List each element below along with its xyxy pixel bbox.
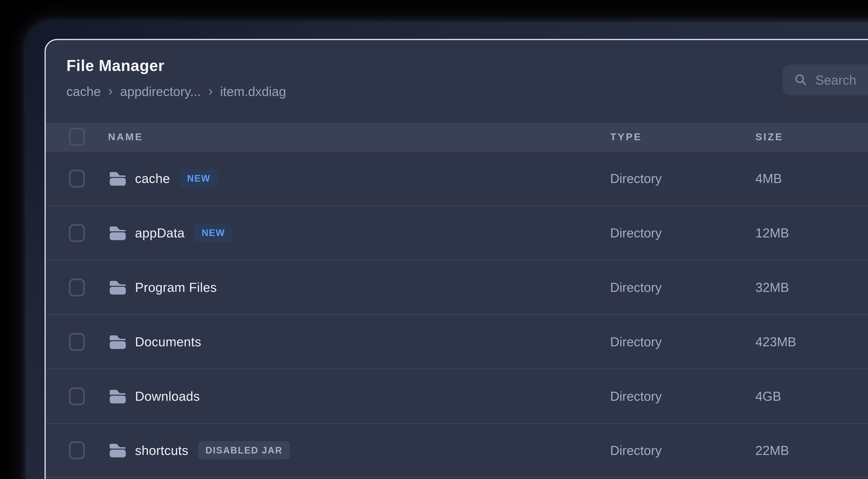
row-program-files[interactable]: Program Files Directory 32MB bbox=[46, 260, 868, 314]
file-type: Directory bbox=[610, 226, 662, 240]
column-header-size: SIZE bbox=[755, 131, 783, 143]
row-checkbox[interactable] bbox=[69, 333, 85, 351]
row-checkbox[interactable] bbox=[69, 278, 85, 297]
folder-icon bbox=[110, 389, 126, 403]
new-badge: NEW bbox=[194, 224, 233, 242]
chevron-right-icon: › bbox=[108, 82, 113, 99]
column-header-type: TYPE bbox=[610, 131, 642, 143]
row-downloads[interactable]: Downloads Directory 4GB bbox=[46, 369, 868, 423]
file-size: 4GB bbox=[755, 389, 781, 404]
search-box[interactable] bbox=[783, 64, 868, 96]
search-icon bbox=[795, 74, 807, 86]
breadcrumb-item-current-file: item.dxdiag bbox=[220, 84, 286, 99]
breadcrumb-item-cache[interactable]: cache bbox=[66, 84, 101, 99]
row-appdata[interactable]: appData NEW Directory 12MB bbox=[46, 205, 868, 260]
desktop-background: { "window": { "title": "File Manager" },… bbox=[0, 0, 868, 479]
file-type: Directory bbox=[610, 171, 662, 186]
folder-icon bbox=[110, 172, 126, 186]
file-name: cache bbox=[135, 171, 170, 186]
select-all-checkbox[interactable] bbox=[69, 128, 85, 146]
file-name: Documents bbox=[135, 334, 202, 349]
file-name: shortcuts bbox=[135, 443, 189, 458]
folder-icon bbox=[110, 280, 126, 295]
folder-icon bbox=[110, 335, 126, 349]
file-size: 423MB bbox=[755, 334, 796, 349]
row-checkbox[interactable] bbox=[69, 441, 85, 459]
file-name: appData bbox=[135, 226, 185, 240]
file-size: 22MB bbox=[755, 443, 789, 458]
chevron-right-icon: › bbox=[208, 82, 213, 99]
row-checkbox[interactable] bbox=[69, 224, 85, 242]
file-name: Downloads bbox=[135, 389, 200, 404]
page-title: File Manager bbox=[66, 57, 164, 75]
file-type: Directory bbox=[610, 443, 662, 458]
row-checkbox[interactable] bbox=[69, 170, 85, 187]
row-checkbox[interactable] bbox=[69, 387, 85, 405]
file-size: 12MB bbox=[755, 226, 789, 240]
table-header: NAME TYPE SIZE bbox=[46, 123, 868, 151]
file-size: 4MB bbox=[755, 171, 782, 186]
file-manager-window: File Manager cache › appdirectory... › i… bbox=[44, 39, 868, 479]
file-type: Directory bbox=[610, 334, 662, 349]
file-size: 32MB bbox=[755, 280, 789, 295]
window-header: File Manager cache › appdirectory... › i… bbox=[46, 40, 868, 123]
column-header-name: NAME bbox=[108, 131, 143, 143]
breadcrumb-item-appdirectory[interactable]: appdirectory... bbox=[120, 84, 201, 99]
row-documents[interactable]: Documents Directory 423MB bbox=[46, 314, 868, 369]
row-shortcuts[interactable]: shortcuts DISABLED JAR Directory 22MB bbox=[46, 423, 868, 478]
new-badge: NEW bbox=[179, 169, 218, 188]
file-list: cache NEW Directory 4MB appData NEW Dire… bbox=[46, 151, 868, 478]
file-type: Directory bbox=[610, 389, 662, 404]
file-type: Directory bbox=[610, 280, 662, 295]
folder-icon bbox=[110, 443, 126, 457]
disabled-jar-badge: DISABLED JAR bbox=[198, 441, 290, 459]
file-name: Program Files bbox=[135, 280, 217, 295]
row-cache[interactable]: cache NEW Directory 4MB bbox=[46, 151, 868, 205]
folder-icon bbox=[110, 226, 126, 240]
search-input[interactable] bbox=[815, 73, 868, 88]
breadcrumb: cache › appdirectory... › item.dxdiag bbox=[66, 83, 286, 100]
